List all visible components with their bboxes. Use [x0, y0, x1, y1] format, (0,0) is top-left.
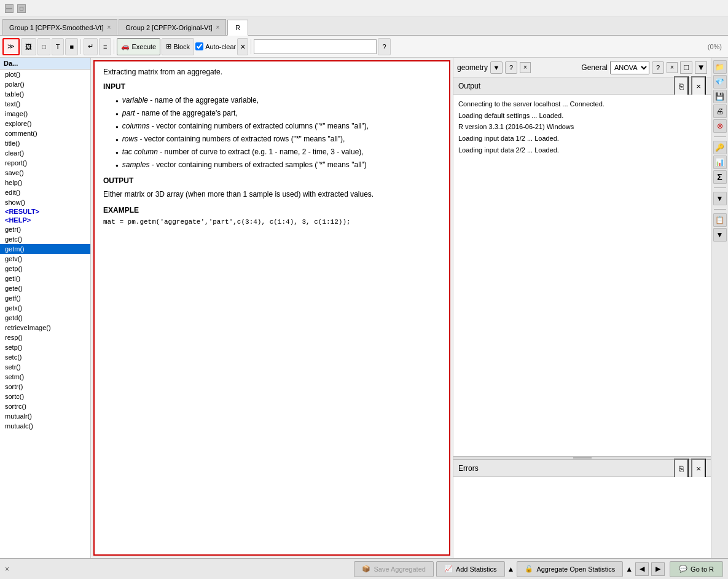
- titlebar-minus[interactable]: —: [5, 4, 14, 13]
- output-copy-btn[interactable]: ⎘: [674, 76, 689, 96]
- search-input[interactable]: [254, 39, 377, 54]
- goto-label: Go to R: [691, 565, 714, 573]
- nav-up-icon[interactable]: ▲: [507, 565, 515, 573]
- anova-select[interactable]: ANOVA: [610, 61, 649, 74]
- sidebar-item[interactable]: text(): [0, 99, 90, 109]
- help-icon: ?: [382, 43, 386, 50]
- sidebar-item[interactable]: getv(): [0, 254, 90, 264]
- sidebar-item[interactable]: explore(): [0, 119, 90, 128]
- bottombar: × 📦 Save Aggregated 📈 Add Statistics ▲ 🔓…: [0, 558, 728, 579]
- tab-group2-label: Group 2 [CPFPX-Original-Vt]: [125, 24, 212, 31]
- errors-close-btn[interactable]: ×: [691, 459, 706, 478]
- sidebar-item[interactable]: comment(): [0, 128, 90, 138]
- far-icon-gem[interactable]: 💎: [713, 75, 727, 89]
- help-button[interactable]: ?: [378, 38, 390, 55]
- sidebar-item[interactable]: retrieveImage(): [0, 323, 90, 333]
- far-icon-print[interactable]: 🖨: [713, 104, 727, 118]
- window-button[interactable]: □: [37, 38, 50, 55]
- sidebar-item[interactable]: show(): [0, 197, 90, 207]
- nav-right-btn[interactable]: ▶: [651, 562, 665, 576]
- far-icon-clipboard[interactable]: 📋: [713, 213, 727, 227]
- return-button[interactable]: ↵: [84, 38, 98, 55]
- aggregate-open-button[interactable]: 🔓 Aggregate Open Statistics: [517, 561, 623, 577]
- tab-group2[interactable]: Group 2 [CPFPX-Original-Vt] ×: [119, 19, 226, 35]
- sidebar-header: Da...: [0, 58, 90, 69]
- sidebar-item[interactable]: sortc(): [0, 392, 90, 401]
- sidebar-item[interactable]: clear(): [0, 148, 90, 158]
- far-icon-cancel[interactable]: ⊗: [713, 119, 727, 133]
- view-btn2[interactable]: ▼: [695, 61, 707, 74]
- sidebar-item[interactable]: getr(): [0, 224, 90, 234]
- anova-close-btn[interactable]: ×: [667, 62, 678, 73]
- right-help-btn[interactable]: ?: [505, 61, 517, 74]
- sidebar-item[interactable]: getc(): [0, 234, 90, 244]
- fill-button[interactable]: ■: [65, 38, 78, 55]
- sidebar-item[interactable]: <RESULT>: [0, 207, 90, 216]
- sidebar-item[interactable]: plot(): [0, 69, 90, 79]
- goto-r-button[interactable]: 💬 Go to R: [670, 561, 723, 577]
- autoclear-checkbox-label[interactable]: Auto-clear: [195, 42, 236, 50]
- sidebar-item[interactable]: setp(): [0, 342, 90, 352]
- sidebar-item[interactable]: setc(): [0, 352, 90, 362]
- help-list-item: samples - vector containing numbers of e…: [115, 159, 440, 170]
- tab-group1[interactable]: Group 1 [CPFPX-Smoothed-Vt] ×: [2, 19, 117, 35]
- sidebar-item[interactable]: mutualc(): [0, 421, 90, 431]
- sidebar-item[interactable]: save(): [0, 168, 90, 178]
- sidebar-item[interactable]: resp(): [0, 333, 90, 342]
- clear-button[interactable]: ×: [237, 38, 248, 55]
- titlebar-restore[interactable]: □: [17, 4, 26, 13]
- sidebar-item[interactable]: sortrc(): [0, 401, 90, 411]
- sidebar-item[interactable]: getd(): [0, 313, 90, 323]
- sidebar-item[interactable]: table(): [0, 89, 90, 99]
- autoclear-checkbox[interactable]: [195, 42, 203, 50]
- sidebar-item[interactable]: gete(): [0, 283, 90, 293]
- output-line: R version 3.3.1 (2016-06-21) Windows: [458, 121, 706, 133]
- save-aggregated-button[interactable]: 📦 Save Aggregated: [354, 561, 433, 577]
- sidebar-item[interactable]: geti(): [0, 274, 90, 283]
- close-x-icon[interactable]: ×: [5, 565, 9, 573]
- nav-up2-icon[interactable]: ▲: [625, 565, 633, 573]
- sidebar-item[interactable]: edit(): [0, 187, 90, 197]
- right-toolbar: geometry ▼ ? × General ANOVA ? × □ ▼: [453, 58, 711, 77]
- block-button[interactable]: ⊞ Block: [162, 38, 194, 55]
- right-close-btn[interactable]: ×: [520, 62, 531, 73]
- errors-copy-btn[interactable]: ⎘: [674, 459, 689, 478]
- far-icon-down[interactable]: ▼: [713, 192, 727, 205]
- far-icon-sigma[interactable]: Σ: [713, 170, 727, 184]
- far-icon-save[interactable]: 💾: [713, 90, 727, 103]
- list-button[interactable]: ≡: [99, 38, 111, 55]
- collapse-button[interactable]: ≫: [2, 38, 20, 55]
- sidebar-item[interactable]: getx(): [0, 303, 90, 313]
- execute-button[interactable]: 🚗 Execute: [117, 38, 160, 55]
- sidebar-item[interactable]: report(): [0, 158, 90, 168]
- add-statistics-button[interactable]: 📈 Add Statistics: [436, 561, 505, 577]
- sidebar-item[interactable]: mutualr(): [0, 411, 90, 421]
- view-btn[interactable]: □: [680, 61, 692, 74]
- anova-help-btn[interactable]: ?: [652, 61, 664, 74]
- tab-r[interactable]: R: [227, 20, 248, 36]
- far-icon-down2[interactable]: ▼: [713, 228, 727, 242]
- errors-header: Errors ⎘ ×: [453, 460, 711, 477]
- text-button[interactable]: T: [52, 38, 65, 55]
- far-icon-folder[interactable]: 📁: [713, 60, 727, 74]
- sidebar-item[interactable]: sortr(): [0, 382, 90, 392]
- tab-group1-close[interactable]: ×: [107, 24, 111, 31]
- sidebar-item[interactable]: title(): [0, 138, 90, 148]
- help-list-item: tac column - number of curve to extract …: [115, 146, 440, 157]
- sidebar-item[interactable]: help(): [0, 178, 90, 187]
- sidebar-item[interactable]: image(): [0, 109, 90, 119]
- far-icon-key[interactable]: 🔑: [713, 141, 727, 154]
- far-icon-table[interactable]: 📊: [713, 156, 727, 169]
- geometry-help-btn[interactable]: ▼: [490, 61, 503, 74]
- sidebar-item[interactable]: setm(): [0, 372, 90, 382]
- image-button[interactable]: 🖼: [21, 38, 36, 55]
- sidebar-item[interactable]: <HELP>: [0, 216, 90, 224]
- nav-left-btn[interactable]: ◀: [635, 562, 649, 576]
- sidebar-item[interactable]: getp(): [0, 264, 90, 274]
- tab-group2-close[interactable]: ×: [216, 24, 220, 31]
- output-close-btn[interactable]: ×: [691, 76, 706, 96]
- sidebar-item[interactable]: getf(): [0, 293, 90, 303]
- sidebar-item[interactable]: polar(): [0, 79, 90, 89]
- sidebar-item[interactable]: getm(): [0, 244, 90, 254]
- sidebar-item[interactable]: setr(): [0, 362, 90, 372]
